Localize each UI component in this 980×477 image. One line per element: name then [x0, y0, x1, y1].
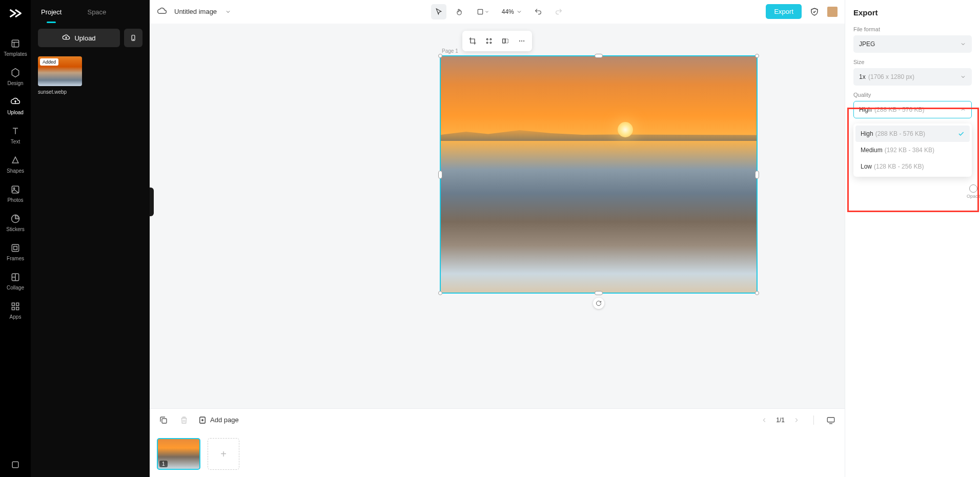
chevron-up-icon: [960, 107, 966, 113]
zoom-level[interactable]: 44%: [502, 8, 514, 15]
tab-space[interactable]: Space: [87, 1, 106, 23]
ai-tools-button[interactable]: [482, 34, 496, 48]
resize-handle-mr[interactable]: [755, 171, 759, 179]
quality-hint: (288 KB - 576 KB): [874, 106, 924, 113]
option-name: Low: [861, 163, 872, 170]
cloud-upload-icon: [62, 34, 70, 42]
top-bar: Untitled image 44% Export: [150, 0, 845, 24]
rail-shapes[interactable]: Shapes: [0, 150, 31, 179]
added-badge: Added: [40, 58, 58, 66]
rotate-handle[interactable]: [593, 298, 604, 309]
title-chevron-icon[interactable]: [225, 9, 231, 15]
export-button[interactable]: Export: [766, 4, 802, 19]
crop-button[interactable]: [465, 34, 480, 48]
rail-apps[interactable]: Apps: [0, 296, 31, 325]
cursor-icon: [435, 8, 443, 16]
duplicate-page-button[interactable]: [157, 413, 170, 427]
rail-label: Templates: [4, 51, 27, 57]
select-tool[interactable]: [431, 4, 446, 19]
size-select[interactable]: 1x (1706 x 1280 px): [853, 68, 972, 86]
rail-text[interactable]: Text: [0, 120, 31, 150]
document-title[interactable]: Untitled image: [174, 8, 217, 15]
canvas-size-button[interactable]: [475, 4, 491, 19]
asset-item[interactable]: Added sunset.webp: [38, 56, 82, 95]
svg-point-19: [490, 42, 492, 44]
add-page-button[interactable]: Add page: [198, 416, 239, 425]
text-icon: [10, 126, 21, 137]
tab-project[interactable]: Project: [41, 1, 62, 23]
present-button[interactable]: [824, 413, 838, 427]
upload-button[interactable]: Upload: [38, 29, 120, 47]
quality-option-low[interactable]: Low (128 KB - 256 KB): [855, 158, 970, 175]
redo-button[interactable]: [551, 4, 566, 19]
quality-option-high[interactable]: High (288 KB - 576 KB): [855, 126, 970, 142]
add-page-icon: [198, 416, 207, 425]
rail-photos[interactable]: Photos: [0, 179, 31, 208]
design-icon: [10, 67, 21, 78]
option-name: Medium: [861, 147, 883, 154]
quality-select[interactable]: High (288 KB - 576 KB): [853, 101, 972, 118]
shapes-icon: [10, 155, 21, 166]
rail-frames[interactable]: Frames: [0, 237, 31, 266]
page-label: Page 1: [442, 48, 458, 54]
rotate-icon: [596, 300, 602, 306]
rail-templates[interactable]: Templates: [0, 33, 31, 62]
more-button[interactable]: [515, 34, 529, 48]
rail-upload[interactable]: Upload: [0, 91, 31, 120]
file-format-select[interactable]: JPEG: [853, 35, 972, 53]
frames-icon: [10, 242, 21, 254]
undo-button[interactable]: [530, 4, 546, 19]
asset-thumbnail[interactable]: Added: [38, 56, 82, 86]
undo-icon: [534, 8, 542, 16]
option-hint: (288 KB - 576 KB): [875, 130, 925, 137]
rail-bottom-button[interactable]: [10, 452, 21, 477]
resize-handle-br[interactable]: [755, 291, 759, 295]
quality-option-medium[interactable]: Medium (192 KB - 384 KB): [855, 142, 970, 158]
svg-rect-21: [506, 39, 508, 43]
svg-point-24: [523, 40, 524, 42]
plus-icon: +: [220, 448, 227, 460]
chevron-down-icon: [960, 74, 966, 80]
svg-point-18: [486, 42, 488, 44]
shield-button[interactable]: [807, 4, 822, 19]
app-logo[interactable]: [6, 4, 25, 23]
size-value: 1x: [859, 73, 866, 80]
flip-button[interactable]: [498, 34, 513, 48]
size-hint: (1706 x 1280 px): [868, 73, 914, 80]
templates-icon: [10, 38, 21, 49]
chevron-down-icon[interactable]: [516, 9, 522, 15]
chevron-left-icon: [761, 417, 768, 424]
svg-point-17: [490, 38, 492, 40]
canvas-image[interactable]: [440, 55, 758, 294]
mobile-upload-button[interactable]: [124, 29, 142, 47]
rail-stickers[interactable]: Stickers: [0, 208, 31, 237]
page-thumbnail[interactable]: 1: [157, 438, 200, 470]
svg-rect-6: [14, 246, 17, 250]
quality-label: Quality: [853, 92, 972, 98]
resize-handle-ml[interactable]: [438, 171, 442, 179]
resize-handle-bm[interactable]: [595, 291, 603, 295]
svg-rect-9: [16, 303, 19, 305]
resize-handle-tl[interactable]: [438, 54, 442, 58]
resize-handle-tm[interactable]: [595, 54, 603, 58]
add-page-thumbnail[interactable]: +: [208, 438, 239, 470]
resize-handle-tr[interactable]: [755, 54, 759, 58]
user-avatar[interactable]: [827, 7, 838, 17]
svg-rect-15: [478, 9, 482, 14]
stickers-icon: [10, 213, 21, 224]
rail-collage[interactable]: Collage: [0, 266, 31, 296]
assets-panel: Project Space Upload Added sunset.webp: [31, 0, 150, 477]
hand-tool[interactable]: [452, 4, 467, 19]
svg-point-16: [486, 38, 488, 40]
canvas-area[interactable]: Page 1: [150, 24, 845, 408]
collapse-panel-tab[interactable]: [150, 188, 154, 216]
chevron-right-icon: [793, 417, 800, 424]
svg-rect-27: [827, 417, 834, 422]
rail-design[interactable]: Design: [0, 62, 31, 91]
cloud-sync-icon[interactable]: [157, 7, 167, 17]
resize-handle-bl[interactable]: [438, 291, 442, 295]
file-format-value: JPEG: [859, 40, 875, 48]
sparkle-icon: [485, 37, 493, 45]
frame-icon: [476, 8, 484, 16]
opacity-label: Opacit: [967, 194, 980, 199]
